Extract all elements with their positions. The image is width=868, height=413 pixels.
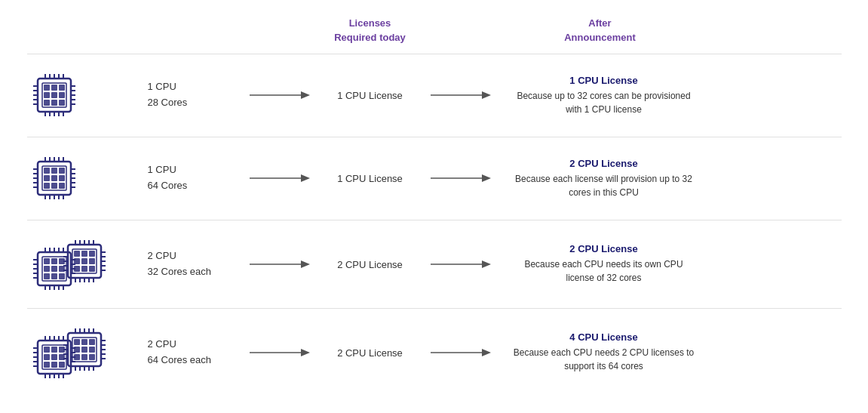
svg-rect-39 (59, 168, 65, 174)
svg-rect-111 (89, 266, 95, 272)
main-container: Licenses Required today After Announceme… (20, 2, 849, 411)
arrow-2 (419, 346, 502, 359)
cpu-label-col: 1 CPU 64 Cores (148, 162, 238, 194)
svg-rect-106 (74, 258, 80, 264)
license-today-text: 2 CPU License (337, 347, 403, 359)
after-col: 2 CPU License Because each CPU needs its… (502, 243, 698, 285)
after-col: 1 CPU License Because up to 32 cores can… (502, 75, 698, 116)
svg-rect-169 (74, 339, 80, 345)
svg-rect-40 (44, 175, 50, 181)
license-today-text: 1 CPU License (337, 173, 403, 184)
license-today-col: 1 CPU License (321, 171, 419, 185)
svg-rect-4 (59, 85, 65, 91)
svg-rect-176 (81, 354, 87, 360)
svg-rect-104 (81, 251, 87, 257)
cpu-label-col: 2 CPU 64 Cores each (148, 337, 238, 368)
license-today-col: 2 CPU License (321, 257, 419, 271)
svg-rect-41 (51, 175, 57, 181)
license-today-text: 1 CPU License (337, 90, 403, 101)
svg-marker-199 (301, 349, 310, 356)
icon-col (27, 151, 148, 205)
svg-rect-108 (89, 258, 95, 264)
after-title-text: 2 CPU License (510, 158, 698, 169)
cpu-line2: 64 Cores (148, 178, 238, 194)
rows-container: 1 CPU 28 Cores 1 CPU License 1 CPU Licen… (27, 54, 842, 396)
header-after: After Announcement (502, 17, 698, 44)
svg-marker-69 (482, 174, 491, 182)
svg-rect-110 (81, 266, 87, 272)
svg-rect-138 (44, 347, 50, 353)
svg-rect-73 (51, 258, 57, 264)
svg-marker-67 (301, 174, 310, 182)
license-today-col: 2 CPU License (321, 346, 419, 359)
after-title-text: 2 CPU License (510, 243, 698, 254)
svg-rect-38 (51, 168, 57, 174)
arrow-1 (238, 257, 321, 271)
svg-rect-139 (51, 347, 57, 353)
arrow-1 (238, 171, 321, 185)
arrow-2 (419, 257, 502, 271)
svg-rect-144 (44, 362, 50, 368)
icon-col (27, 68, 148, 122)
svg-rect-79 (51, 273, 57, 279)
licenses-required-today-label: Licenses Required today (321, 17, 419, 44)
svg-marker-32 (301, 91, 310, 99)
table-row: 2 CPU 32 Cores each 2 CPU License 2 CPU … (27, 220, 842, 308)
svg-rect-76 (51, 266, 57, 272)
license-today-col: 1 CPU License (321, 88, 419, 102)
svg-rect-75 (44, 266, 50, 272)
svg-rect-2 (44, 85, 50, 91)
svg-rect-173 (81, 347, 87, 353)
arrow-1 (238, 346, 321, 359)
arrow-2 (419, 171, 502, 185)
svg-rect-9 (51, 100, 57, 106)
cpu-text: 1 CPU 28 Cores (148, 79, 238, 111)
svg-marker-135 (482, 260, 491, 268)
license-today-text: 2 CPU License (337, 259, 403, 270)
svg-rect-45 (59, 183, 65, 189)
table-row: 1 CPU 28 Cores 1 CPU License 1 CPU Licen… (27, 54, 842, 137)
svg-rect-109 (74, 266, 80, 272)
cpu-icon-double (27, 322, 125, 383)
svg-rect-170 (81, 339, 87, 345)
cpu-line2: 64 Cores each (148, 353, 238, 368)
svg-rect-10 (59, 100, 65, 106)
after-desc-text: Because each CPU needs its own CPU licen… (510, 257, 698, 285)
svg-rect-6 (51, 92, 57, 98)
after-announcement-label: After Announcement (502, 17, 698, 44)
svg-rect-177 (89, 354, 95, 360)
cpu-label-col: 2 CPU 32 Cores each (148, 248, 238, 280)
cpu-line1: 2 CPU (148, 337, 238, 353)
svg-rect-142 (51, 354, 57, 360)
svg-rect-37 (44, 168, 50, 174)
after-title-text: 4 CPU License (510, 331, 698, 343)
cpu-text: 2 CPU 32 Cores each (148, 248, 238, 280)
svg-rect-8 (44, 100, 50, 106)
svg-rect-174 (89, 347, 95, 353)
arrow-2 (419, 88, 502, 102)
cpu-icon-double (27, 234, 125, 294)
svg-rect-7 (59, 92, 65, 98)
cpu-icon-single (27, 68, 125, 122)
svg-marker-34 (482, 91, 491, 99)
after-desc-text: Because each license will provision up t… (510, 172, 698, 199)
cpu-line1: 1 CPU (148, 79, 238, 95)
cpu-text: 2 CPU 64 Cores each (148, 337, 238, 368)
svg-rect-72 (44, 258, 50, 264)
svg-rect-44 (51, 183, 57, 189)
svg-marker-133 (301, 260, 310, 268)
svg-rect-141 (44, 354, 50, 360)
arrow-1 (238, 88, 321, 102)
table-row: 1 CPU 64 Cores 1 CPU License 2 CPU Licen… (27, 137, 842, 220)
cpu-line1: 1 CPU (148, 162, 238, 178)
after-title-text: 1 CPU License (510, 75, 698, 86)
header-license-today: Licenses Required today (321, 17, 419, 44)
svg-marker-201 (482, 349, 491, 356)
icon-col (27, 322, 148, 383)
svg-rect-172 (74, 347, 80, 353)
cpu-icon-single (27, 151, 125, 205)
svg-rect-42 (59, 175, 65, 181)
header-row: Licenses Required today After Announceme… (27, 17, 842, 50)
after-col: 4 CPU License Because each CPU needs 2 C… (502, 331, 698, 373)
cpu-text: 1 CPU 64 Cores (148, 162, 238, 194)
